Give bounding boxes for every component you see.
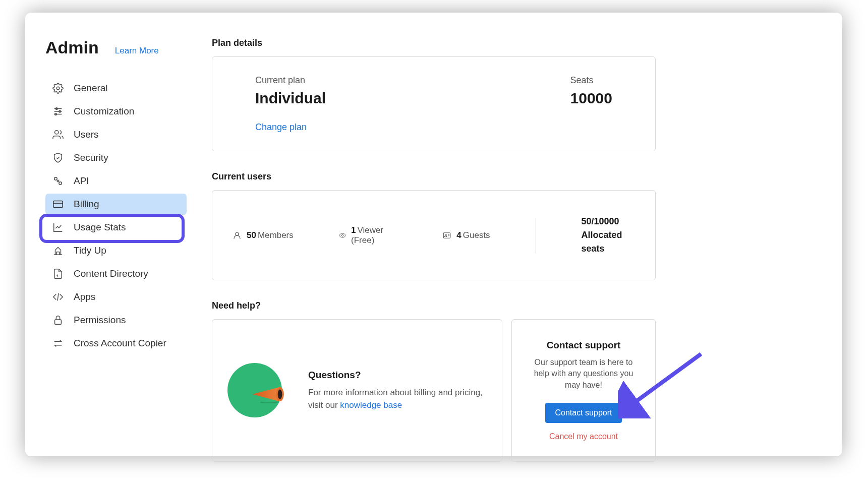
current-plan-value: Individual: [255, 90, 326, 107]
sidebar-item-api[interactable]: API: [45, 170, 187, 192]
learn-more-link[interactable]: Learn More: [115, 46, 159, 56]
contact-support-body: Our support team is here to help with an…: [527, 357, 640, 391]
sidebar-item-label: Security: [74, 152, 108, 163]
sidebar-item-general[interactable]: General: [45, 78, 187, 99]
change-plan-link[interactable]: Change plan: [255, 122, 326, 133]
sidebar-item-label: Billing: [74, 199, 99, 210]
need-help-title: Need help?: [212, 300, 656, 311]
megaphone-illustration: [227, 363, 288, 418]
gear-icon: [52, 83, 64, 94]
sidebar: Admin Learn More General Customization U…: [45, 38, 187, 436]
sidebar-item-label: Cross Account Copier: [74, 338, 166, 349]
users-icon: [52, 129, 64, 140]
sidebar-item-label: Usage Stats: [74, 222, 126, 233]
guests-count: 4: [456, 230, 461, 240]
svg-point-17: [445, 234, 447, 235]
cancel-account-link[interactable]: Cancel my account: [549, 432, 618, 441]
contact-support-title: Contact support: [547, 340, 621, 351]
code-icon: [52, 291, 64, 302]
sidebar-item-label: Apps: [74, 291, 95, 302]
seats-value: 10000: [570, 90, 612, 107]
questions-body: For more information about billing and p…: [308, 387, 487, 411]
sidebar-item-users[interactable]: Users: [45, 124, 187, 145]
divider: [536, 218, 536, 253]
sidebar-item-usage-stats[interactable]: Usage Stats: [45, 217, 187, 238]
eye-icon: [339, 231, 346, 240]
svg-point-8: [54, 177, 57, 180]
allocated-value: 50/10000: [581, 215, 635, 228]
sidebar-item-security[interactable]: Security: [45, 147, 187, 168]
sidebar-item-label: General: [74, 83, 108, 94]
contact-support-button[interactable]: Contact support: [545, 403, 622, 423]
svg-rect-10: [53, 201, 63, 208]
current-plan-label: Current plan: [255, 75, 326, 86]
svg-point-14: [236, 232, 239, 235]
plug-icon: [52, 175, 64, 187]
id-card-icon: [442, 231, 451, 240]
sidebar-item-content-directory[interactable]: Content Directory: [45, 263, 187, 284]
members-stat: 50Members: [233, 230, 294, 240]
shield-icon: [52, 152, 64, 163]
sidebar-item-billing[interactable]: Billing: [45, 194, 187, 215]
sidebar-item-label: Users: [74, 129, 99, 140]
current-users-card: 50Members 1Viewer (Free) 4Guests 50/1000…: [212, 190, 656, 280]
svg-point-7: [55, 131, 59, 134]
sidebar-item-permissions[interactable]: Permissions: [45, 310, 187, 331]
sidebar-item-customization[interactable]: Customization: [45, 101, 187, 122]
credit-card-icon: [52, 199, 64, 210]
svg-point-15: [341, 234, 343, 236]
viewers-stat: 1Viewer (Free): [339, 225, 397, 246]
swap-icon: [52, 338, 64, 349]
seats-label: Seats: [570, 75, 612, 86]
members-count: 50: [247, 230, 256, 240]
svg-rect-16: [444, 232, 451, 238]
sidebar-item-apps[interactable]: Apps: [45, 286, 187, 308]
sidebar-item-label: Tidy Up: [74, 245, 106, 256]
lock-icon: [52, 315, 64, 326]
knowledge-base-link[interactable]: knowledge base: [340, 400, 402, 410]
svg-point-9: [59, 182, 62, 185]
person-icon: [233, 231, 242, 240]
plan-details-card: Current plan Individual Change plan Seat…: [212, 56, 656, 151]
questions-card: Questions? For more information about bi…: [212, 319, 502, 462]
sidebar-item-cross-account-copier[interactable]: Cross Account Copier: [45, 333, 187, 354]
sidebar-item-tidy-up[interactable]: Tidy Up: [45, 240, 187, 261]
contact-support-card: Contact support Our support team is here…: [511, 319, 656, 462]
svg-point-0: [56, 87, 60, 90]
members-label: Members: [258, 230, 294, 240]
guests-stat: 4Guests: [442, 230, 490, 240]
svg-rect-13: [55, 320, 62, 324]
sidebar-item-label: Content Directory: [74, 268, 148, 279]
broom-icon: [52, 245, 64, 256]
sidebar-item-label: API: [74, 175, 89, 187]
questions-title: Questions?: [308, 370, 487, 381]
current-users-title: Current users: [212, 171, 656, 182]
svg-point-21: [278, 389, 282, 399]
sliders-icon: [52, 106, 64, 117]
sidebar-item-label: Customization: [74, 106, 134, 117]
allocated-label: Allocated seats: [581, 228, 635, 256]
allocated-seats: 50/10000 Allocated seats: [581, 215, 635, 256]
plan-details-title: Plan details: [212, 38, 656, 48]
chart-icon: [52, 222, 64, 233]
page-title: Admin: [45, 38, 99, 57]
svg-line-12: [57, 293, 59, 301]
sidebar-item-label: Permissions: [74, 315, 126, 326]
guests-label: Guests: [463, 230, 490, 240]
file-icon: [52, 268, 64, 279]
viewers-count: 1: [351, 225, 356, 235]
main-content: Plan details Current plan Individual Cha…: [212, 38, 656, 436]
